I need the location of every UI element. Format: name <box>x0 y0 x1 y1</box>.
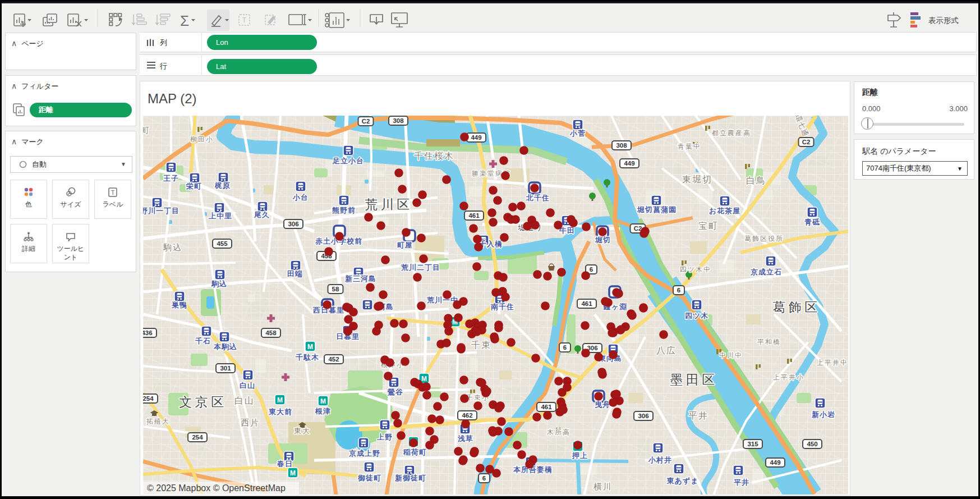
svg-text:巣鴨: 巣鴨 <box>171 301 187 309</box>
svg-text:本駒込: 本駒込 <box>213 342 237 351</box>
svg-text:拓殖大: 拓殖大 <box>146 418 170 425</box>
svg-text:春日: 春日 <box>277 460 293 468</box>
svg-text:白山: 白山 <box>234 396 255 405</box>
svg-text:東あずま: 東あずま <box>666 477 699 485</box>
svg-text:野川一丁目: 野川一丁目 <box>143 207 180 215</box>
svg-text:M: M <box>421 375 427 383</box>
svg-text:駒込: 駒込 <box>163 242 182 252</box>
svg-text:南千住: 南千住 <box>490 303 514 311</box>
svg-text:駒込: 駒込 <box>211 280 227 288</box>
svg-text:都立農産高: 都立農産高 <box>711 129 751 137</box>
svg-text:308: 308 <box>616 142 627 149</box>
svg-text:四ツ木: 四ツ木 <box>685 312 708 320</box>
svg-text:荒川区: 荒川区 <box>365 197 413 212</box>
svg-text:北千住: 北千住 <box>526 194 550 202</box>
svg-text:栄町: 栄町 <box>186 182 202 190</box>
svg-text:6: 6 <box>677 287 680 294</box>
svg-text:宝町: 宝町 <box>698 221 719 231</box>
svg-text:306: 306 <box>638 413 648 419</box>
svg-text:平井: 平井 <box>734 478 749 487</box>
svg-text:461: 461 <box>468 212 480 219</box>
svg-text:平井: 平井 <box>688 411 708 420</box>
svg-text:青葉中: 青葉中 <box>678 143 701 150</box>
svg-text:6: 6 <box>482 475 486 482</box>
svg-text:上中里: 上中里 <box>209 212 232 220</box>
svg-text:6: 6 <box>590 266 593 273</box>
svg-text:58: 58 <box>332 286 339 292</box>
svg-text:M: M <box>320 397 326 405</box>
svg-text:Σ: Σ <box>180 12 189 29</box>
svg-text:荒川二丁目: 荒川二丁目 <box>401 263 440 272</box>
svg-text:450: 450 <box>807 441 817 447</box>
svg-text:東堀切: 東堀切 <box>682 175 712 184</box>
svg-text:458: 458 <box>265 329 277 336</box>
svg-text:堀切菖蒲園: 堀切菖蒲園 <box>637 205 677 214</box>
svg-text:461: 461 <box>581 300 592 307</box>
svg-text:449: 449 <box>624 160 634 167</box>
svg-text:新小岩: 新小岩 <box>811 410 835 419</box>
svg-text:小台: 小台 <box>292 193 309 202</box>
svg-text:京成上野: 京成上野 <box>348 449 380 457</box>
svg-text:小菅: 小菅 <box>569 129 586 138</box>
svg-text:平和橋: 平和橋 <box>757 338 781 346</box>
svg-text:墨田区: 墨田区 <box>670 372 718 387</box>
svg-text:449: 449 <box>770 459 780 466</box>
svg-text:梶原: 梶原 <box>214 181 231 190</box>
svg-text:京成立石: 京成立石 <box>750 268 782 276</box>
svg-text:新三河島: 新三河島 <box>344 274 376 283</box>
svg-text:青砥: 青砥 <box>804 218 820 226</box>
svg-text:木所高: 木所高 <box>546 428 570 436</box>
svg-text:6: 6 <box>563 344 567 351</box>
svg-text:文京区: 文京区 <box>179 395 227 409</box>
svg-text:上平井中: 上平井中 <box>817 359 848 367</box>
svg-text:鶯谷: 鶯谷 <box>387 388 403 396</box>
svg-text:436: 436 <box>143 329 153 336</box>
svg-text:西片: 西片 <box>241 418 260 427</box>
svg-text:小村井: 小村井 <box>648 456 672 464</box>
svg-text:お花茶屋: お花茶屋 <box>709 207 740 215</box>
svg-text:東大前: 東大前 <box>268 408 292 416</box>
svg-text:C2: C2 <box>802 139 811 145</box>
svg-text:押上: 押上 <box>572 451 588 460</box>
svg-text:堀切: 堀切 <box>595 236 611 244</box>
svg-text:455: 455 <box>217 240 228 247</box>
svg-text:葛飾区役所: 葛飾区役所 <box>744 235 784 242</box>
svg-text:T: T <box>111 189 115 196</box>
svg-text:横川: 横川 <box>593 482 613 491</box>
svg-text:王子: 王子 <box>163 174 179 182</box>
svg-text:449: 449 <box>471 134 481 141</box>
svg-text:© 2025 Mapbox © OpenStreetMap: © 2025 Mapbox © OpenStreetMap <box>147 483 286 493</box>
svg-text:C2: C2 <box>362 118 370 125</box>
svg-text:千住桜木: 千住桜木 <box>414 151 454 161</box>
svg-text:千束: 千束 <box>471 340 491 350</box>
svg-text:葛飾区: 葛飾区 <box>772 300 821 314</box>
svg-text:足立小台: 足立小台 <box>332 157 364 165</box>
svg-text:M: M <box>290 469 296 477</box>
svg-text:白鳥: 白鳥 <box>746 176 766 185</box>
svg-text:柳田小: 柳田小 <box>190 135 214 143</box>
svg-text:浅草: 浅草 <box>457 434 473 443</box>
svg-text:千駄木: 千駄木 <box>296 353 319 361</box>
svg-text:千石: 千石 <box>195 337 211 345</box>
svg-text:T: T <box>242 16 247 24</box>
svg-text:表示形式: 表示形式 <box>928 16 959 25</box>
svg-text:M: M <box>277 396 283 404</box>
svg-text:308: 308 <box>393 117 404 124</box>
svg-text:254: 254 <box>192 434 203 441</box>
svg-text:御徒町: 御徒町 <box>357 474 381 482</box>
svg-text:306: 306 <box>288 221 298 227</box>
svg-text:根津: 根津 <box>315 407 331 415</box>
svg-text:中川中: 中川中 <box>719 351 743 359</box>
svg-text:熊野前: 熊野前 <box>332 206 356 214</box>
svg-text:462: 462 <box>462 412 472 419</box>
svg-text:315: 315 <box>747 441 758 447</box>
svg-text:上野: 上野 <box>377 433 393 441</box>
svg-text:田端: 田端 <box>287 269 303 278</box>
svg-text:町屋: 町屋 <box>397 241 413 249</box>
svg-text:M: M <box>307 343 313 351</box>
svg-text:四ツ木中: 四ツ木中 <box>680 265 711 273</box>
svg-text:八広: 八広 <box>656 346 677 355</box>
svg-text:上平井小: 上平井小 <box>773 373 804 381</box>
svg-text:461: 461 <box>541 404 552 410</box>
svg-text:稲荷町: 稲荷町 <box>403 448 427 456</box>
